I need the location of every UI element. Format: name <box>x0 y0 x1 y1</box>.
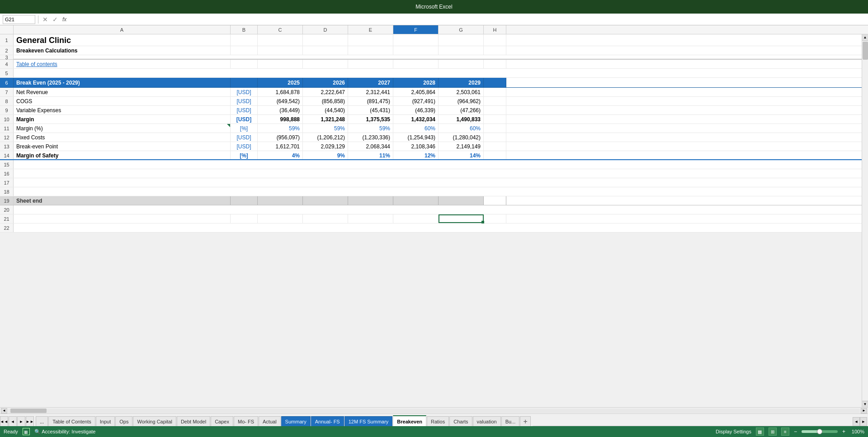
cell-2-C[interactable] <box>258 46 303 55</box>
cell-11-G[interactable]: 60% <box>439 124 484 133</box>
hscroll-track[interactable] <box>8 408 860 413</box>
cell-12-H[interactable] <box>484 133 506 142</box>
col-header-E[interactable]: E <box>348 25 393 34</box>
cell-1-C[interactable] <box>258 34 303 46</box>
cell-21-F[interactable] <box>393 214 439 223</box>
formula-input[interactable] <box>70 16 865 23</box>
cell-8-H[interactable] <box>484 97 506 105</box>
cell-21-G[interactable] <box>439 214 484 223</box>
cell-9-D[interactable]: (44,540) <box>303 106 348 114</box>
horizontal-scrollbar[interactable]: ◄ ► <box>0 407 868 413</box>
zoom-slider[interactable] <box>802 430 838 433</box>
cell-19-F[interactable] <box>393 196 439 205</box>
cell-13-E[interactable]: 2,068,344 <box>348 142 393 151</box>
cell-11-H[interactable] <box>484 124 506 133</box>
col-header-B[interactable]: B <box>231 25 258 34</box>
cell-10-D[interactable]: 1,321,248 <box>303 115 348 124</box>
cell-11-A[interactable]: Margin (%) <box>14 124 231 133</box>
cell-10-G[interactable]: 1,490,833 <box>439 115 484 124</box>
cell-9-H[interactable] <box>484 106 506 114</box>
cell-19-E[interactable] <box>348 196 393 205</box>
tab-capex[interactable]: Capex <box>211 416 233 426</box>
cell-11-E[interactable]: 59% <box>348 124 393 133</box>
tab-ops[interactable]: Ops <box>115 416 132 426</box>
cell-10-E[interactable]: 1,375,535 <box>348 115 393 124</box>
cell-12-F[interactable]: (1,254,943) <box>393 133 439 142</box>
tab-debt-model[interactable]: Debt Model <box>177 416 210 426</box>
tab-mo-fs[interactable]: Mo- FS <box>234 416 258 426</box>
cell-11-F[interactable]: 60% <box>393 124 439 133</box>
tab-bu[interactable]: Bu... <box>501 416 520 426</box>
cell-6-G[interactable]: 2029 <box>439 78 484 87</box>
cell-7-H[interactable] <box>484 88 506 96</box>
tab-nav-last[interactable]: ►► <box>26 416 34 426</box>
cell-9-A[interactable]: Variable Expenses <box>14 106 231 114</box>
cell-13-H[interactable] <box>484 142 506 151</box>
cell-9-E[interactable]: (45,431) <box>348 106 393 114</box>
cell-2-F[interactable] <box>393 46 439 55</box>
col-header-C[interactable]: C <box>258 25 303 34</box>
cell-6-A[interactable]: Break Even (2025 - 2029) <box>14 78 231 87</box>
page-break-view-icon[interactable]: ≡ <box>781 428 789 436</box>
cell-4-A[interactable]: Table of contents <box>14 60 231 68</box>
cell-4-G[interactable] <box>439 60 484 68</box>
page-layout-view-icon[interactable]: ⊞ <box>769 428 777 436</box>
cell-3-A[interactable] <box>14 55 862 59</box>
cell-8-F[interactable]: (927,491) <box>393 97 439 105</box>
cell-1-D[interactable] <box>303 34 348 46</box>
cell-21-D[interactable] <box>303 214 348 223</box>
cell-8-D[interactable]: (856,858) <box>303 97 348 105</box>
col-header-H[interactable]: H <box>484 25 506 34</box>
cell-7-D[interactable]: 2,222,647 <box>303 88 348 96</box>
cell-4-C[interactable] <box>258 60 303 68</box>
tab-table-of-contents[interactable]: Table of Contents <box>48 416 95 426</box>
cell-7-G[interactable]: 2,503,061 <box>439 88 484 96</box>
zoom-in-icon[interactable]: + <box>842 428 845 435</box>
tab-working-capital[interactable]: Working Capital <box>133 416 176 426</box>
cell-9-G[interactable]: (47,266) <box>439 106 484 114</box>
tab-ratios[interactable]: Ratios <box>427 416 449 426</box>
cell-19-G[interactable] <box>439 196 484 205</box>
cell-4-B[interactable] <box>231 60 258 68</box>
cell-11-B[interactable]: [%] <box>231 124 258 133</box>
cell-7-C[interactable]: 1,684,878 <box>258 88 303 96</box>
col-header-G[interactable]: G <box>439 25 484 34</box>
cell-21-C[interactable] <box>258 214 303 223</box>
cell-11-C[interactable]: 59% <box>258 124 303 133</box>
cell-14-A[interactable]: Margin of Safety <box>14 151 231 159</box>
cell-11-D[interactable]: 59% <box>303 124 348 133</box>
cell-14-F[interactable]: 12% <box>393 151 439 159</box>
cell-9-F[interactable]: (46,339) <box>393 106 439 114</box>
cell-2-G[interactable] <box>439 46 484 55</box>
display-settings[interactable]: Display Settings <box>716 429 751 434</box>
cell-20-all[interactable] <box>14 205 862 214</box>
tab-nav-prev-prev[interactable]: ◄◄ <box>0 416 8 426</box>
tab-valuation[interactable]: valuation <box>473 416 501 426</box>
cell-name-box[interactable] <box>3 15 35 24</box>
hscroll-thumb[interactable] <box>10 408 47 413</box>
cell-21-A[interactable] <box>14 214 231 223</box>
zoom-out-icon[interactable]: − <box>794 428 797 435</box>
cell-13-F[interactable]: 2,108,346 <box>393 142 439 151</box>
cell-8-B[interactable]: [USD] <box>231 97 258 105</box>
cell-10-H[interactable] <box>484 115 506 124</box>
tab-ellipsis[interactable]: ... <box>36 416 48 426</box>
tab-input[interactable]: Input <box>96 416 115 426</box>
cell-1-H[interactable] <box>484 34 506 46</box>
cell-13-A[interactable]: Break-even Point <box>14 142 231 151</box>
tab-annual-fs[interactable]: Annual- FS <box>311 416 344 426</box>
tab-actual[interactable]: Actual <box>259 416 281 426</box>
cell-12-C[interactable]: (956,097) <box>258 133 303 142</box>
cell-7-F[interactable]: 2,405,864 <box>393 88 439 96</box>
cell-6-H[interactable] <box>484 78 506 87</box>
tab-scroll-right[interactable]: ► <box>860 417 867 426</box>
cell-10-F[interactable]: 1,432,034 <box>393 115 439 124</box>
accessibility-label[interactable]: 🔍 Accessibility: Investigate <box>34 429 96 435</box>
cell-1-B[interactable] <box>231 34 258 46</box>
cell-14-B[interactable]: [%] <box>231 151 258 159</box>
cell-1-G[interactable] <box>439 34 484 46</box>
cell-8-E[interactable]: (891,475) <box>348 97 393 105</box>
cell-12-D[interactable]: (1,206,212) <box>303 133 348 142</box>
cell-6-F[interactable]: 2028 <box>393 78 439 87</box>
cell-16-all[interactable] <box>14 169 862 178</box>
